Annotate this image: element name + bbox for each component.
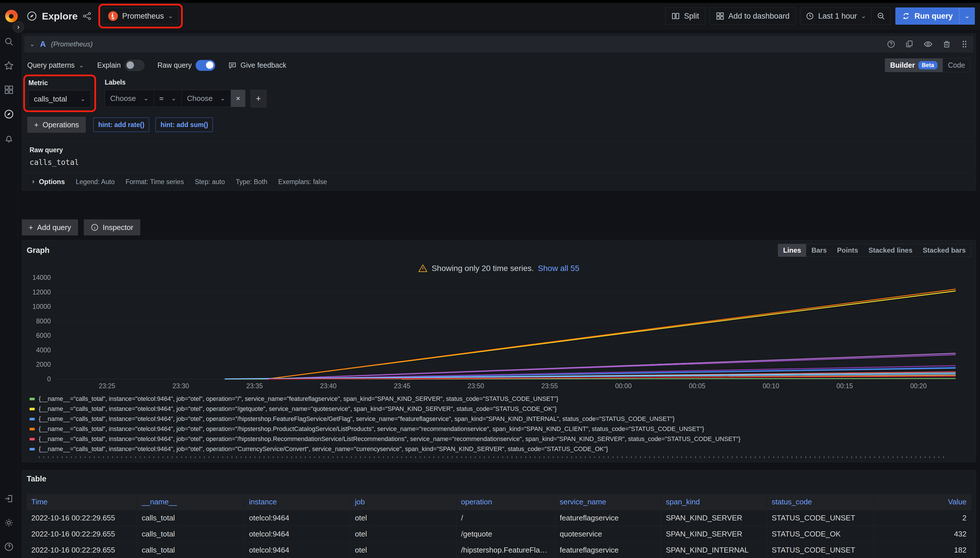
- x-axis-label: 00:05: [689, 382, 705, 390]
- settings-gear-icon[interactable]: [4, 518, 14, 528]
- legend-item[interactable]: {__name__="calls_total", instance="otelc…: [30, 394, 971, 404]
- metric-select[interactable]: calls_total ⌄: [28, 90, 91, 108]
- x-axis-label: 23:40: [320, 382, 337, 390]
- table-column-header-operation[interactable]: operation: [456, 494, 555, 510]
- graph-mode-lines[interactable]: Lines: [778, 244, 806, 257]
- options-label: Options: [39, 178, 65, 186]
- hide-response-eye-icon[interactable]: [924, 39, 933, 49]
- help-icon[interactable]: [4, 542, 14, 552]
- add-to-dashboard-button[interactable]: Add to dashboard: [710, 7, 796, 25]
- query-help-icon[interactable]: [887, 40, 895, 48]
- series-limit-warning: Showing only 20 time series. Show all 55: [27, 264, 971, 273]
- x-axis-label: 23:45: [394, 382, 411, 390]
- search-icon[interactable]: [4, 37, 14, 46]
- builder-mode-tab[interactable]: Builder Beta: [885, 59, 943, 72]
- give-feedback-link[interactable]: Give feedback: [229, 61, 286, 69]
- add-label-filter-button[interactable]: +: [250, 90, 266, 108]
- table-column-header-value[interactable]: Value: [874, 494, 971, 510]
- legend-item[interactable]: {__name__="calls_total", instance="otelc…: [30, 414, 971, 424]
- table-column-header--name-[interactable]: __name__: [137, 494, 245, 510]
- datasource-picker-annotation-box: Prometheus ⌄: [102, 8, 179, 25]
- table-cell: SPAN_KIND_SERVER: [661, 526, 767, 542]
- raw-query-toggle-label: Raw query: [158, 61, 192, 69]
- table-column-header-time[interactable]: Time: [27, 494, 137, 510]
- page-title: Explore: [42, 11, 78, 22]
- table-column-header-status-code[interactable]: status_code: [767, 494, 874, 510]
- time-series-chart[interactable]: 23:2523:3023:3523:4023:4523:5023:5500:00…: [27, 274, 971, 391]
- alerting-bell-icon[interactable]: [4, 134, 14, 143]
- chart-series-line: [266, 289, 955, 379]
- table-cell: /hipstershop.FeatureFlagService/GetFlag: [456, 542, 555, 558]
- query-patterns-dropdown[interactable]: Query patterns ⌄: [27, 61, 84, 69]
- inspector-label: Inspector: [103, 223, 133, 232]
- x-axis-label: 00:00: [615, 382, 632, 390]
- split-button[interactable]: Split: [665, 7, 705, 25]
- raw-query-toggle[interactable]: [196, 60, 215, 71]
- legend-swatch: [30, 448, 35, 450]
- show-all-series-link[interactable]: Show all 55: [538, 264, 579, 273]
- dashboards-icon[interactable]: [4, 85, 14, 95]
- label-name-select[interactable]: Choose ⌄: [105, 90, 154, 107]
- builder-label: Builder: [890, 61, 915, 69]
- table-title: Table: [27, 474, 971, 483]
- legend-clipped-row: [39, 456, 945, 458]
- code-mode-tab[interactable]: Code: [943, 59, 970, 72]
- zoom-out-button[interactable]: [871, 8, 891, 25]
- label-operator-select[interactable]: = ⌄: [154, 90, 182, 107]
- table-column-header-job[interactable]: job: [350, 494, 456, 510]
- legend-item[interactable]: {__name__="calls_total", instance="otelc…: [30, 424, 971, 434]
- remove-query-trash-icon[interactable]: [942, 40, 951, 48]
- legend-item[interactable]: {__name__="calls_total", instance="otelc…: [30, 434, 971, 444]
- x-axis-label: 23:35: [246, 382, 263, 390]
- table-cell: quoteservice: [555, 526, 661, 542]
- query-hint-button-2[interactable]: hint: add sum(): [156, 118, 213, 132]
- legend-swatch: [30, 438, 35, 440]
- give-feedback-label: Give feedback: [240, 61, 286, 69]
- remove-label-filter-button[interactable]: ×: [231, 90, 245, 107]
- drag-handle-icon[interactable]: [961, 40, 968, 48]
- y-axis-label: 4000: [36, 346, 51, 354]
- options-summary-item: Format: Time series: [126, 178, 184, 186]
- explore-icon[interactable]: [4, 109, 14, 119]
- run-query-dropdown[interactable]: ⌄: [959, 7, 975, 25]
- star-icon[interactable]: [4, 61, 14, 71]
- y-axis-label: 14000: [33, 274, 51, 281]
- legend-swatch: [30, 408, 35, 410]
- zoom-out-icon: [877, 12, 885, 20]
- add-query-button[interactable]: + Add query: [22, 219, 78, 235]
- graph-mode-stacked-lines[interactable]: Stacked lines: [863, 244, 918, 257]
- table-cell: calls_total: [137, 542, 245, 558]
- query-row-header[interactable]: ⌄ A (Prometheus): [25, 36, 973, 53]
- label-value-placeholder: Choose: [187, 94, 213, 103]
- graph-mode-points[interactable]: Points: [832, 244, 863, 257]
- labels-field: Labels Choose ⌄ = ⌄ C: [105, 79, 266, 108]
- query-hint-button-1[interactable]: hint: add rate(): [93, 118, 149, 132]
- datasource-picker[interactable]: Prometheus ⌄: [102, 8, 179, 25]
- grafana-logo[interactable]: [5, 10, 18, 22]
- sign-in-icon[interactable]: [4, 494, 14, 504]
- graph-mode-stacked-bars[interactable]: Stacked bars: [918, 244, 971, 257]
- duplicate-query-icon[interactable]: [905, 40, 914, 48]
- raw-query-label: Raw query: [30, 146, 968, 154]
- options-expander[interactable]: ⌄ Options: [30, 178, 65, 186]
- y-axis-label: 6000: [36, 332, 51, 339]
- table-cell: STATUS_CODE_UNSET: [767, 510, 874, 526]
- graph-mode-bars[interactable]: Bars: [806, 244, 832, 257]
- table-column-header-instance[interactable]: instance: [245, 494, 350, 510]
- table-column-header-service-name[interactable]: service_name: [555, 494, 661, 510]
- share-icon[interactable]: [82, 11, 92, 21]
- label-value-select[interactable]: Choose ⌄: [182, 90, 231, 107]
- add-operation-button[interactable]: + Operations: [27, 117, 86, 133]
- time-range-picker[interactable]: Last 1 hour ⌄: [801, 8, 871, 25]
- inspector-button[interactable]: Inspector: [84, 219, 140, 235]
- table-column-header-span-kind[interactable]: span_kind: [661, 494, 767, 510]
- explain-toggle-group: Explain: [97, 60, 144, 71]
- legend-item[interactable]: {__name__="calls_total", instance="otelc…: [30, 404, 971, 414]
- run-query-button[interactable]: Run query: [895, 7, 959, 25]
- chevron-down-icon: ⌄: [861, 13, 866, 19]
- chevron-down-icon: ⌄: [220, 95, 225, 102]
- legend-item[interactable]: {__name__="calls_total", instance="otelc…: [30, 444, 971, 454]
- explain-toggle[interactable]: [125, 60, 144, 71]
- chevron-right-icon: ⌄: [29, 179, 35, 184]
- sidebar-expand-button[interactable]: ›: [13, 21, 24, 33]
